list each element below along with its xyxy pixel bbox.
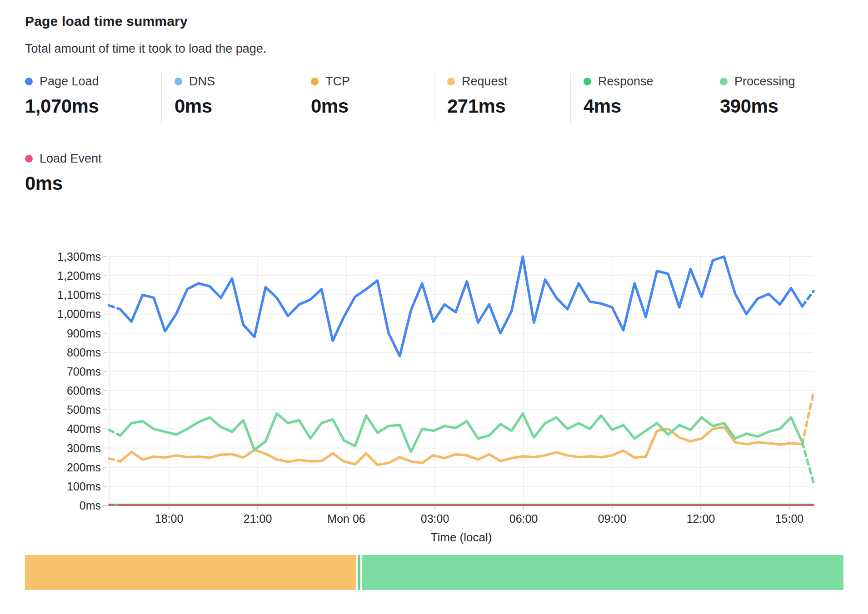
legend-label-dns: DNS [189, 74, 215, 89]
y-tick-label: 700ms [18, 365, 101, 378]
series-line-page-load [109, 306, 120, 309]
legend-value-page-load: 1,070ms [25, 95, 161, 117]
legend-label-page-load: Page Load [40, 74, 99, 89]
legend-value-request: 271ms [447, 95, 570, 117]
y-tick-label: 1,200ms [18, 269, 101, 282]
dns-dot-icon [175, 78, 182, 85]
legend-label-request: Request [462, 74, 508, 89]
legend-item-processing[interactable]: Processing390ms [707, 73, 843, 124]
processing-dot-icon [720, 78, 728, 85]
y-tick-label: 1,300ms [18, 250, 101, 263]
timeline-segment-green[interactable] [362, 555, 843, 590]
legend-item-dns[interactable]: DNS0ms [161, 73, 298, 124]
legend-value-processing: 390ms [720, 95, 843, 117]
timeline-status-bar[interactable] [25, 555, 843, 590]
legend-row-2: Load Event0ms [25, 150, 102, 201]
y-tick-label: 500ms [18, 403, 101, 416]
legend-item-response[interactable]: Response4ms [570, 73, 707, 124]
x-tick-label: 21:00 [244, 512, 272, 525]
y-tick-label: 600ms [18, 384, 101, 397]
page-title: Page load time summary [25, 14, 188, 29]
x-tick-label: 09:00 [598, 512, 627, 525]
x-tick-label: 12:00 [687, 512, 715, 525]
y-tick-label: 900ms [18, 327, 101, 340]
legend-value-response: 4ms [584, 95, 707, 117]
line-chart-plot-area[interactable] [109, 257, 813, 505]
page-load-dot-icon [25, 78, 33, 85]
y-tick-label: 300ms [18, 441, 101, 455]
series-line-page-load [120, 257, 803, 356]
y-tick-label: 400ms [18, 422, 101, 436]
legend-label-processing: Processing [734, 74, 795, 89]
legend-value-tcp: 0ms [311, 95, 434, 117]
legend-item-tcp[interactable]: TCP0ms [298, 73, 434, 124]
legend-item-request[interactable]: Request271ms [434, 73, 570, 124]
y-tick-label: 1,000ms [18, 307, 101, 321]
series-line-request [802, 392, 813, 444]
response-dot-icon [584, 78, 591, 85]
x-tick-label: 06:00 [509, 512, 538, 525]
x-axis-title: Time (local) [431, 530, 492, 545]
page-load-summary-panel: { "header": { "title": "Page load time s… [0, 0, 868, 614]
y-tick-label: 0ms [18, 499, 101, 512]
series-line-processing [120, 414, 803, 452]
legend-label-response: Response [598, 74, 653, 89]
x-tick-label: 18:00 [155, 512, 184, 525]
series-line-request [120, 427, 803, 465]
y-tick-label: 800ms [18, 346, 101, 359]
request-dot-icon [447, 78, 455, 85]
series-line-processing [109, 430, 120, 436]
x-tick-label: 15:00 [775, 512, 804, 525]
page-subtitle: Total amount of time it took to load the… [25, 42, 266, 56]
series-line-request [109, 459, 120, 461]
y-tick-label: 100ms [18, 480, 101, 493]
y-tick-label: 1,100ms [18, 288, 101, 302]
legend-value-dns: 0ms [175, 95, 298, 117]
legend-item-page-load[interactable]: Page Load1,070ms [25, 73, 161, 124]
legend-label-tcp: TCP [325, 74, 350, 89]
legend-row-1: Page Load1,070msDNS0msTCP0msRequest271ms… [25, 73, 843, 124]
legend-label-load-event: Load Event [40, 152, 102, 166]
legend-item-load-event[interactable]: Load Event0ms [25, 150, 102, 201]
x-tick-label: 03:00 [421, 512, 449, 525]
timeline-segment-orange[interactable] [25, 555, 356, 590]
x-tick-label: Mon 06 [327, 512, 365, 525]
series-line-page-load [802, 291, 813, 307]
tcp-dot-icon [311, 78, 319, 85]
y-tick-label: 200ms [18, 460, 101, 474]
legend-value-load-event: 0ms [25, 173, 102, 194]
load-event-dot-icon [25, 155, 33, 163]
